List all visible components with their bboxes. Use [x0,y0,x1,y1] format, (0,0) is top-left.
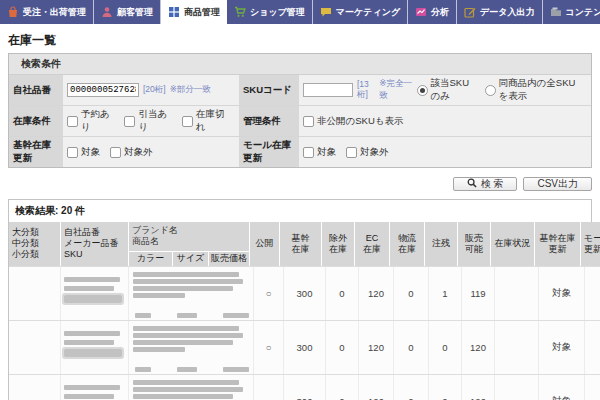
checkbox-icon[interactable] [303,116,314,127]
redacted-text [64,349,122,357]
redacted-text [133,347,185,352]
data-io-icon [464,6,476,18]
checkbox-icon[interactable] [303,147,314,158]
checkbox-icon[interactable] [124,116,135,127]
checkbox-icon[interactable] [110,147,121,158]
cell-sellable: 119 [462,267,495,320]
radio-all-sku-label: 同商品内の全SKUを表示 [499,77,581,103]
search-button[interactable]: 検 索 [453,177,518,191]
col-header-item-number: 自社品番 メーカー品番 SKU [61,222,129,266]
redacted-text [64,295,122,303]
checkbox-out-of-stock[interactable]: 在庫切れ [182,108,229,134]
redacted-text [133,340,233,345]
nav-tab-content[interactable]: コンテンツ管理 [543,0,600,24]
checkbox-icon[interactable] [67,147,78,158]
col-header-category: 大分類 中分類 小分類 [9,222,61,266]
checkbox-icon[interactable] [67,116,78,127]
cell-item-number-redacted [61,321,129,374]
checkbox-allocated[interactable]: 引当あり [124,108,171,134]
csv-export-button[interactable]: CSV出力 [523,177,592,191]
table-row[interactable]: ○ 300 0 120 0 0 120 対象 [9,320,600,374]
redacted-text [64,385,120,390]
stock-condition-content: 予約あり 引当あり 在庫切れ [63,106,239,136]
nav-tab-products[interactable]: 商品管理 [161,0,227,24]
content-icon [550,6,562,18]
col-subheader-row: カラー サイズ 販売価格 [129,251,249,266]
checkbox-icon[interactable] [346,147,357,158]
redacted-text [64,286,114,291]
nav-tab-shop[interactable]: ショップ管理 [227,0,313,24]
nav-tab-label: コンテンツ管理 [566,6,600,19]
public-circle-mark: ○ [265,396,271,400]
redacted-price-value [223,313,249,318]
checkbox-mall-target-label: 対象 [317,146,336,159]
cell-core-stock: 300 [284,375,326,400]
redacted-color-value [135,313,151,318]
nav-tab-analytics[interactable]: 分析 [408,0,457,24]
mall-stock-update-label: モール在庫更新 [239,137,299,167]
col-header-logistics-stock: 物流 在庫 [390,222,425,266]
checkbox-show-private-sku[interactable]: 非公開のSKUも表示 [303,115,403,128]
shop-icon [234,6,246,18]
customers-icon [101,6,113,18]
col-header-sellable: 販売 可能 [458,222,491,266]
results-count: 検索結果: 20 件 [9,200,591,222]
search-actions: 検 索 CSV出力 [0,168,600,199]
checkbox-core-target[interactable]: 対象 [67,146,100,159]
table-row[interactable]: ○ 300 0 120 0 0 120 対象 [9,374,600,400]
nav-tab-customers[interactable]: 顧客管理 [94,0,161,24]
cell-item-number-redacted [61,267,129,320]
cell-excluded-stock: 0 [326,267,359,320]
nav-tab-label: 顧客管理 [117,6,153,19]
redacted-text [133,380,239,385]
cell-mall-stock-update [585,321,600,374]
cell-backorder: 1 [429,267,462,320]
redacted-text [64,331,120,336]
redacted-size-value [177,367,197,372]
radio-this-sku-only[interactable]: 該当SKUのみ [417,77,475,103]
own-item-no-input[interactable] [67,83,139,97]
redacted-text [64,394,114,399]
search-icon [467,178,477,190]
public-circle-mark: ○ [265,342,271,353]
own-item-no-content: [20桁] ※部分一致 [63,75,239,105]
redacted-text [133,394,233,399]
products-icon [168,6,180,18]
top-nav: 受注・出荷管理 顧客管理 商品管理 ショップ管理 マーケティング [0,0,600,24]
col-header-public: 公開 [250,222,280,266]
nav-tab-marketing[interactable]: マーケティング [313,0,408,24]
core-stock-update-content: 対象 対象外 [63,137,239,167]
checkbox-mall-target[interactable]: 対象 [303,146,336,159]
redacted-text [133,279,243,284]
radio-unselected-icon[interactable] [485,85,496,96]
sku-code-match: ※完全一致 [379,78,412,102]
checkbox-reserved[interactable]: 予約あり [67,108,114,134]
col-header-brand-label: ブランド名 商品名 [129,222,249,251]
table-header-row: 大分類 中分類 小分類 自社品番 メーカー品番 SKU ブランド名 商品名 カラ… [9,222,600,266]
cell-sellable: 120 [462,375,495,400]
cell-brand-product-redacted [129,321,254,374]
col-header-mall-stock-update: モール在庫更新 [581,222,600,266]
cell-public: ○ [254,321,284,374]
col-header-core-stock: 基幹 在庫 [280,222,322,266]
sku-code-input[interactable] [303,83,353,97]
nav-tab-label: マーケティング [336,6,400,19]
cell-excluded-stock: 0 [326,321,359,374]
table-row[interactable]: ○ 300 0 120 0 1 119 対象 [9,266,600,320]
checkbox-core-not-target[interactable]: 対象外 [110,146,153,159]
nav-tab-label: 受注・出荷管理 [23,6,86,19]
nav-tab-orders[interactable]: 受注・出荷管理 [0,0,94,24]
cell-core-stock: 300 [284,321,326,374]
own-item-no-digits: [20桁] [143,84,166,96]
radio-selected-icon[interactable] [417,85,428,96]
cell-stock-status [495,267,539,320]
search-row-stock-condition: 在庫条件 予約あり 引当あり 在庫切れ 管理条件 非 [9,106,591,137]
radio-all-sku-in-product[interactable]: 同商品内の全SKUを表示 [485,77,581,103]
checkbox-mall-not-target[interactable]: 対象外 [346,146,389,159]
cell-brand-product-redacted [129,267,254,320]
sku-code-digits: [13桁] [357,79,375,101]
nav-tab-data-io[interactable]: データ入出力 [457,0,542,24]
radio-this-sku-label: 該当SKUのみ [431,77,475,103]
checkbox-reserved-label: 予約あり [81,108,114,134]
checkbox-icon[interactable] [182,116,193,127]
